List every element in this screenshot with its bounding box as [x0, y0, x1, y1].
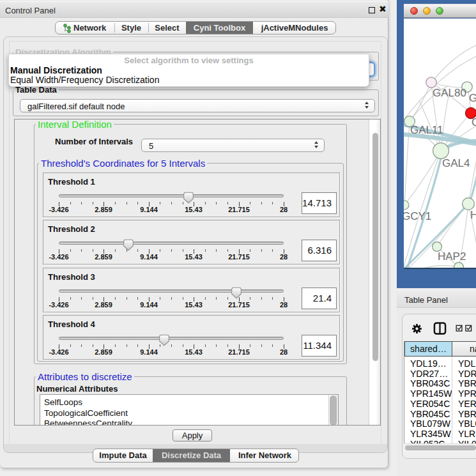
svg-text:GAL80: GAL80 [433, 87, 466, 99]
svg-text:GAL11: GAL11 [410, 124, 443, 136]
svg-text:GCY1: GCY1 [404, 210, 431, 222]
svg-text:C: C [472, 116, 476, 128]
svg-text:H: H [470, 209, 476, 221]
svg-text:GA: GA [469, 92, 476, 104]
svg-text:GAL4: GAL4 [442, 157, 470, 169]
svg-text:HAP2: HAP2 [438, 250, 466, 263]
